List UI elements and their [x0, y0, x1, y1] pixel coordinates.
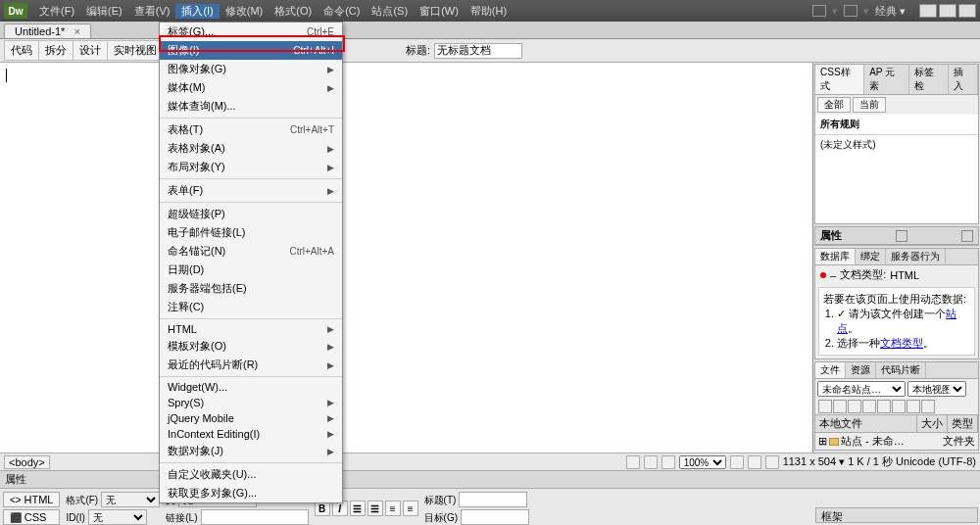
menu-view[interactable]: 查看(V) [128, 4, 176, 19]
zoom-select[interactable]: 100% [679, 455, 726, 469]
properties-panel-header[interactable]: 属性 [815, 227, 978, 245]
screen-icon[interactable] [730, 455, 744, 469]
menu-item[interactable]: HTML▶ [160, 321, 342, 337]
close-button[interactable]: × [958, 4, 976, 18]
css-current-button[interactable]: 当前 [853, 97, 886, 113]
snippets-tab[interactable]: 代码片断 [876, 362, 926, 378]
menu-help[interactable]: 帮助(H) [465, 4, 513, 19]
menu-site[interactable]: 站点(S) [366, 4, 414, 19]
checkout-icon[interactable] [877, 400, 891, 413]
target-input[interactable] [461, 509, 529, 525]
menu-item[interactable]: 媒体(M)▶ [160, 78, 342, 97]
refresh-icon[interactable] [833, 400, 847, 413]
menu-item[interactable]: InContext Editing(I)▶ [160, 426, 342, 442]
menu-item[interactable]: 标签(G)...Ctrl+E [160, 23, 342, 41]
menu-item[interactable]: 注释(C) [160, 298, 342, 316]
maximize-button[interactable]: ▫ [939, 4, 956, 18]
ul-button[interactable]: ☰ [350, 501, 366, 516]
menu-format[interactable]: 格式(O) [269, 4, 318, 19]
grid-icon[interactable] [765, 455, 779, 469]
site-select[interactable]: 未命名站点… [817, 381, 906, 397]
view-split-button[interactable]: 拆分 [38, 40, 74, 61]
sort-icon[interactable] [961, 230, 973, 242]
css-tab[interactable]: CSS样式 [815, 65, 864, 94]
server-behaviors-tab[interactable]: 服务器行为 [886, 249, 946, 264]
menu-item[interactable]: 获取更多对象(G)... [160, 484, 342, 502]
tab-close-icon[interactable]: × [74, 25, 79, 37]
put-icon[interactable] [862, 400, 876, 413]
menu-insert[interactable]: 插入(I) [175, 4, 219, 19]
menu-item[interactable]: 媒体查询(M)... [160, 97, 342, 116]
document-area[interactable] [0, 63, 813, 453]
view-select[interactable]: 本地视图 [907, 381, 966, 397]
css-mode-button[interactable]: ⬛ CSS [3, 509, 60, 525]
layout-icon[interactable] [812, 5, 826, 17]
menu-item[interactable]: 日期(D) [160, 261, 342, 279]
plus-icon[interactable] [820, 272, 826, 278]
checkin-icon[interactable] [892, 400, 906, 413]
menu-item[interactable]: 图像(I)Ctrl+Alt+I [160, 41, 342, 60]
expand-icon[interactable] [921, 400, 935, 413]
menu-item[interactable]: 数据对象(J)▶ [160, 442, 342, 460]
col-type[interactable]: 类型 [948, 415, 978, 432]
view-design-button[interactable]: 设计 [73, 40, 108, 61]
ol-button[interactable]: ☰ [368, 501, 383, 516]
menu-item[interactable]: 最近的代码片断(R)▶ [160, 356, 342, 374]
document-tab[interactable]: Untitled-1* × [4, 24, 91, 38]
view-code-button[interactable]: 代码 [4, 40, 39, 61]
menu-item[interactable]: 自定义收藏夹(U)... [160, 465, 342, 484]
menu-item[interactable]: 命名锚记(N)Ctrl+Alt+A [160, 242, 342, 261]
minimize-button[interactable]: – [919, 4, 937, 18]
assets-tab[interactable]: 资源 [846, 362, 876, 378]
ap-tab[interactable]: AP 元素 [864, 65, 909, 94]
menu-item[interactable]: Spry(S)▶ [160, 395, 342, 410]
menu-item[interactable]: 表单(F)▶ [160, 181, 342, 200]
doctype-link[interactable]: 文档类型 [880, 337, 923, 349]
az-sort-icon[interactable] [896, 230, 907, 242]
title-input[interactable] [434, 43, 522, 59]
menu-item[interactable]: 表格(T)Ctrl+Alt+T [160, 120, 342, 139]
sync-icon[interactable] [906, 400, 920, 413]
menu-item[interactable]: 表格对象(A)▶ [160, 139, 342, 158]
file-row[interactable]: ⊞ 站点 - 未命… 文件夹 [815, 433, 978, 450]
connect-icon[interactable] [818, 400, 832, 413]
indent-button[interactable]: ≡ [403, 501, 418, 516]
menu-item[interactable]: jQuery Mobile▶ [160, 410, 342, 426]
tag-tab[interactable]: 标签检 [909, 65, 949, 94]
menu-edit[interactable]: 编辑(E) [80, 4, 128, 19]
menu-item[interactable]: 服务器端包括(E) [160, 279, 342, 298]
ruler-icon[interactable] [748, 455, 761, 469]
properties-header[interactable]: 属性 [0, 471, 980, 489]
menu-window[interactable]: 窗口(W) [414, 4, 465, 19]
html-mode-button[interactable]: <> HTML [3, 492, 60, 507]
insert-tab[interactable]: 插入 [949, 65, 978, 94]
menu-item[interactable]: 模板对象(O)▶ [160, 337, 342, 356]
view-live-button[interactable]: 实时视图 [107, 40, 164, 61]
bindings-tab[interactable]: 绑定 [856, 249, 886, 264]
get-icon[interactable] [848, 400, 861, 413]
outdent-button[interactable]: ≡ [385, 501, 401, 516]
menu-item[interactable]: 布局对象(Y)▶ [160, 158, 342, 176]
id-select[interactable]: 无 [88, 509, 147, 525]
menu-file[interactable]: 文件(F) [33, 4, 80, 19]
format-select[interactable]: 无 [101, 492, 160, 507]
css-all-button[interactable]: 全部 [817, 97, 851, 113]
menu-commands[interactable]: 命令(C) [318, 4, 366, 19]
frames-panel-header[interactable]: 框架 [815, 507, 978, 523]
menu-item[interactable]: 超级链接(P) [160, 205, 342, 223]
menu-item[interactable]: 电子邮件链接(L) [160, 223, 342, 242]
col-size[interactable]: 大小 [917, 415, 948, 432]
menu-item[interactable]: 图像对象(G)▶ [160, 60, 342, 78]
link-input[interactable] [201, 509, 309, 525]
pointer-icon[interactable] [626, 455, 640, 469]
title-prop-input[interactable] [459, 492, 527, 507]
workspace-dropdown[interactable]: 经典 ▾ [875, 4, 906, 19]
zoom-icon[interactable] [662, 455, 675, 469]
col-localfiles[interactable]: 本地文件 [815, 415, 917, 432]
menu-item[interactable]: Widget(W)... [160, 379, 342, 395]
tag-selector[interactable]: <body> [4, 455, 50, 469]
database-tab[interactable]: 数据库 [815, 249, 856, 264]
menu-modify[interactable]: 修改(M) [220, 4, 270, 19]
extension-icon[interactable] [844, 5, 858, 17]
files-tab[interactable]: 文件 [815, 362, 846, 378]
